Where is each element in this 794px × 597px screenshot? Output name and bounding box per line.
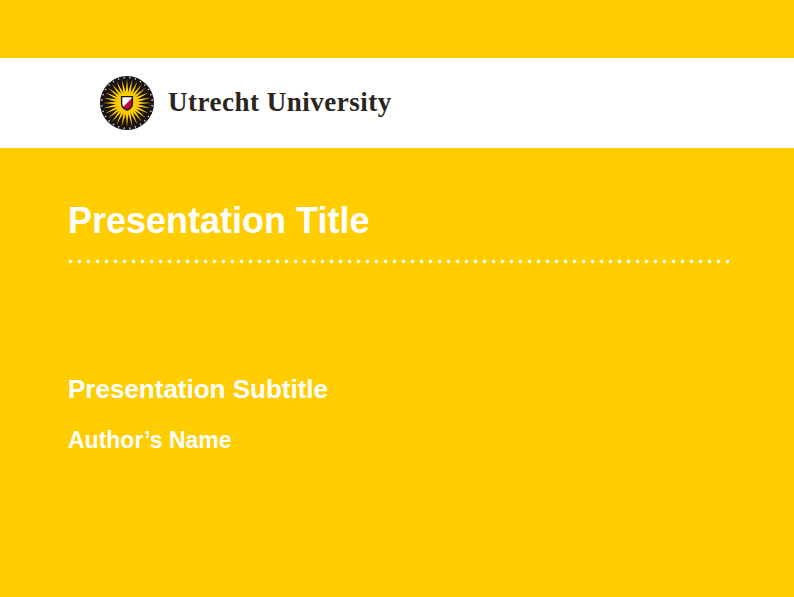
- utrecht-university-logo: Utrecht University: [100, 58, 392, 148]
- dotted-divider: [66, 258, 731, 265]
- uu-sun-emblem-icon: [100, 76, 154, 130]
- presentation-title: Presentation Title: [68, 203, 369, 239]
- university-wordmark: Utrecht University: [168, 87, 392, 120]
- top-accent-band: [0, 0, 794, 58]
- author-name: Author’s Name: [68, 429, 232, 452]
- title-slide: Utrecht University Presentation Title Pr…: [0, 0, 794, 597]
- presentation-subtitle: Presentation Subtitle: [68, 376, 328, 402]
